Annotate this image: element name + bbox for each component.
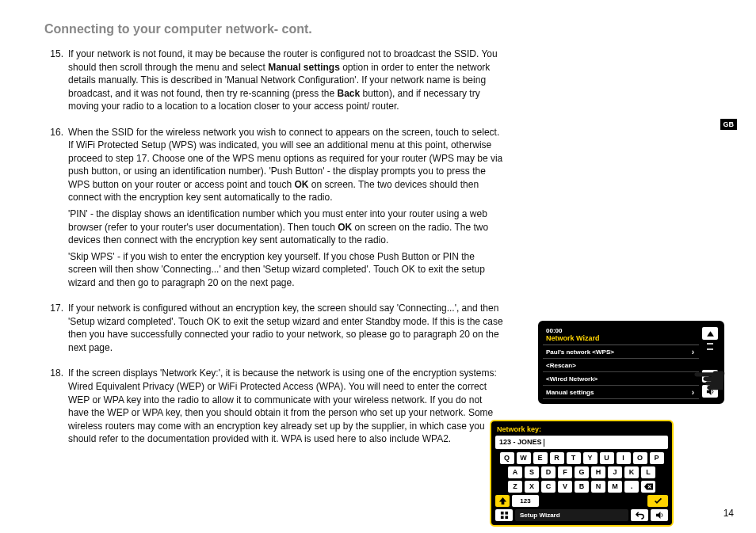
speaker-icon (706, 387, 715, 396)
scroll-down-button[interactable] (702, 370, 718, 383)
keyboard-key[interactable]: C (541, 481, 556, 493)
paragraph: If the screen displays 'Network Key:', i… (68, 367, 504, 445)
chevron-right-icon: › (692, 348, 694, 356)
network-list-item[interactable]: <Wired Network> (543, 372, 699, 386)
paragraph: 'PIN' - the display shows an identificat… (68, 207, 504, 247)
scrollbar-mark (707, 348, 713, 350)
svg-rect-10 (505, 516, 508, 519)
keyboard-key[interactable]: Y (583, 452, 598, 464)
keyboard-key[interactable]: S (525, 466, 539, 478)
paragraph: If your network is configured without an… (68, 302, 504, 354)
chevron-right-icon: › (692, 388, 694, 397)
item-number: 17. (44, 302, 68, 357)
breadcrumb-label: Setup Wizard (515, 509, 628, 521)
svg-marker-2 (706, 387, 711, 394)
backspace-key[interactable] (641, 481, 655, 493)
item-number: 15. (44, 48, 68, 116)
keyboard-key[interactable]: U (600, 452, 614, 464)
keyboard-key[interactable]: . (624, 481, 639, 493)
keyboard-key[interactable]: N (591, 481, 605, 493)
network-list-item[interactable]: Manual settings› (543, 386, 699, 399)
menu-button[interactable] (495, 509, 513, 521)
keyboard-key[interactable]: G (575, 466, 589, 478)
speaker-button[interactable] (702, 385, 718, 398)
numeric-toggle-key[interactable]: 123 (512, 495, 539, 507)
language-tab: GB (720, 119, 738, 130)
body-text: 15.If your network is not found, it may … (44, 48, 504, 449)
input-value: 123 - JONES (499, 438, 542, 446)
backspace-icon (644, 482, 653, 491)
triangle-up-icon (706, 329, 715, 338)
keyboard-key[interactable]: I (617, 452, 631, 464)
item-number: 18. (44, 367, 68, 448)
keyboard-key[interactable]: L (641, 466, 655, 478)
shift-up-icon (498, 497, 507, 505)
clock-label: 00:00 (543, 326, 699, 334)
list-item-label: <Rescan> (546, 362, 576, 369)
check-icon (654, 497, 662, 505)
paragraph: 'Skip WPS' - if you wish to enter the en… (68, 250, 504, 290)
screen-title: Network Wizard (543, 334, 699, 345)
keyboard-key[interactable]: H (591, 466, 605, 478)
list-item-label: Paul's network <WPS> (546, 348, 614, 356)
list-item-label: Manual settings (546, 389, 594, 396)
keyboard-key[interactable]: Q (500, 452, 514, 464)
svg-marker-3 (644, 483, 653, 489)
keyboard-key[interactable]: E (533, 452, 548, 464)
keyboard-key[interactable]: V (558, 481, 572, 493)
back-arrow-icon (636, 511, 644, 520)
list-item-label: <Wired Network> (546, 375, 598, 383)
device-screen-network-wizard: 00:00 Network Wizard Paul's network <WPS… (538, 321, 724, 404)
network-list-item[interactable]: Paul's network <WPS>› (543, 345, 699, 359)
page-number: 14 (724, 508, 734, 519)
keyboard-key[interactable]: B (575, 481, 589, 493)
item-body: If your network is configured without an… (68, 302, 504, 357)
keyboard-key[interactable]: K (624, 466, 639, 478)
keyboard-key[interactable]: W (517, 452, 531, 464)
svg-rect-8 (505, 512, 508, 515)
keyboard-key[interactable]: P (650, 452, 664, 464)
keyboard-key[interactable]: A (508, 466, 522, 478)
svg-marker-0 (707, 331, 714, 337)
grid-icon (500, 511, 509, 520)
svg-marker-6 (498, 497, 506, 504)
svg-rect-9 (500, 516, 503, 519)
paragraph: If your network is not found, it may be … (68, 48, 504, 113)
paragraph: When the SSID for the wireless network y… (68, 126, 504, 204)
keyboard-key[interactable]: M (608, 481, 622, 493)
item-body: If your network is not found, it may be … (68, 48, 504, 116)
device-screen-network-key: Network key: 123 - JONES QWERTYUIOPASDFG… (490, 420, 674, 527)
keyboard-key[interactable]: X (525, 481, 539, 493)
screen-title: Network key: (495, 425, 668, 436)
text-input-display[interactable]: 123 - JONES (495, 436, 668, 449)
confirm-key[interactable] (647, 495, 668, 507)
scroll-up-button[interactable] (702, 327, 718, 340)
item-number: 16. (44, 126, 68, 293)
keyboard-key[interactable]: O (633, 452, 647, 464)
shift-key[interactable] (495, 495, 510, 507)
svg-rect-7 (500, 512, 503, 515)
keyboard-key[interactable]: J (608, 466, 622, 478)
keyboard-key[interactable]: F (558, 466, 572, 478)
svg-marker-1 (707, 374, 714, 379)
speaker-icon (655, 511, 664, 520)
network-list-item[interactable]: <Rescan> (543, 359, 699, 372)
keyboard-key[interactable]: R (550, 452, 564, 464)
item-body: If the screen displays 'Network Key:', i… (68, 367, 504, 448)
keyboard-key[interactable]: T (567, 452, 581, 464)
svg-marker-11 (655, 512, 660, 519)
triangle-down-icon (706, 372, 715, 381)
section-title: Connecting to your computer network- con… (44, 22, 731, 36)
keyboard-key[interactable]: Z (508, 481, 522, 493)
back-button[interactable] (631, 509, 648, 521)
speaker-button[interactable] (651, 509, 668, 521)
keyboard-key[interactable]: D (541, 466, 556, 478)
scrollbar-mark (707, 343, 713, 345)
item-body: When the SSID for the wireless network y… (68, 126, 504, 293)
